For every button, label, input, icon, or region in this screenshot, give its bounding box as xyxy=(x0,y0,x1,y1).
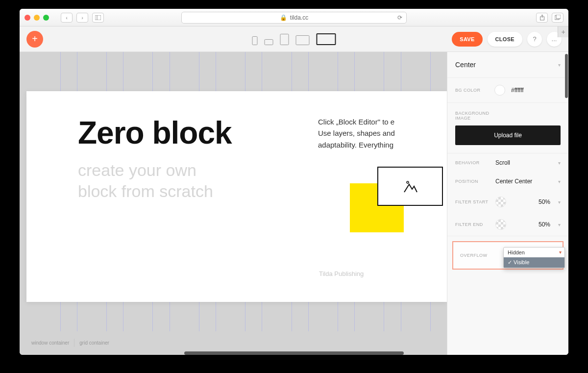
url-field[interactable]: 🔒 tilda.cc ⟳ xyxy=(181,12,407,24)
behavior-label: BEHAVIOR xyxy=(455,160,490,165)
overflow-option-visible[interactable]: Visible xyxy=(504,257,564,268)
align-value: Center xyxy=(455,61,553,69)
maximize-window-icon[interactable] xyxy=(43,15,49,21)
filter-end-value: 50% xyxy=(539,221,550,228)
device-phone-landscape[interactable] xyxy=(265,39,273,45)
bg-image-section: BACKGROUND IMAGE Upload file xyxy=(447,103,568,153)
window-controls xyxy=(24,15,49,21)
window-container-label[interactable]: window container xyxy=(26,339,74,347)
help-button[interactable]: ? xyxy=(527,32,542,47)
position-row[interactable]: POSITION Center Center ▾ xyxy=(447,172,568,191)
description-text[interactable]: Click „Block Editor" to e Use layers, sh… xyxy=(318,116,465,150)
filter-end-swatch[interactable] xyxy=(495,219,506,230)
svg-rect-5 xyxy=(556,15,561,19)
container-labels: window container grid container xyxy=(26,339,114,347)
reload-icon[interactable]: ⟳ xyxy=(397,14,402,21)
filter-start-value: 50% xyxy=(539,199,550,205)
filter-end-row[interactable]: FILTER END 50% ▾ xyxy=(447,213,568,236)
filter-start-row[interactable]: FILTER START 50% ▾ xyxy=(447,191,568,213)
tabs-button[interactable] xyxy=(552,13,564,23)
browser-window: ‹ › 🔒 tilda.cc ⟳ + + SAVE xyxy=(20,9,568,355)
chevron-down-icon: ▾ xyxy=(558,62,561,68)
chevron-down-icon: ▾ xyxy=(558,199,561,205)
share-button[interactable] xyxy=(536,13,548,23)
overflow-label: OVERFLOW xyxy=(457,253,488,258)
minimize-window-icon[interactable] xyxy=(34,15,40,21)
description-line3: adaptability. Everything xyxy=(318,141,393,149)
nav-forward-button[interactable]: › xyxy=(76,13,88,23)
close-button[interactable]: CLOSE xyxy=(488,32,522,47)
color-swatch[interactable] xyxy=(494,85,505,96)
zero-block-canvas[interactable]: Zero block create your own block from sc… xyxy=(26,91,447,302)
nav-back-button[interactable]: ‹ xyxy=(61,13,73,23)
bg-image-label: BACKGROUND IMAGE xyxy=(447,111,482,121)
heading-text[interactable]: Zero block xyxy=(78,115,232,151)
svg-rect-0 xyxy=(95,15,101,20)
properties-panel: Center ▾ BG COLOR #ffffff BACKGROUND IMA… xyxy=(447,52,568,355)
save-button[interactable]: SAVE xyxy=(452,32,482,47)
subtitle-line1: create your own xyxy=(78,161,196,179)
behavior-value: Scroll xyxy=(495,159,553,166)
dropdown-caret-icon: ▾ xyxy=(559,249,562,255)
upload-file-button[interactable]: Upload file xyxy=(455,125,561,145)
filter-start-swatch[interactable] xyxy=(495,197,506,207)
horizontal-scrollbar[interactable] xyxy=(184,351,404,355)
svg-point-6 xyxy=(407,181,409,183)
device-tablet-portrait[interactable] xyxy=(280,34,289,45)
position-label: POSITION xyxy=(455,179,490,184)
grid-container-label[interactable]: grid container xyxy=(74,339,114,347)
align-row[interactable]: Center ▾ xyxy=(447,52,568,78)
close-window-icon[interactable] xyxy=(24,15,30,21)
chevron-down-icon: ▾ xyxy=(558,160,561,166)
chevron-down-icon: ▾ xyxy=(558,179,561,184)
device-phone-portrait[interactable] xyxy=(252,36,258,45)
overflow-section: OVERFLOW ▾ Hidden Visible xyxy=(452,241,564,270)
browser-toolbar: ‹ › 🔒 tilda.cc ⟳ xyxy=(20,9,568,26)
chevron-down-icon: ▾ xyxy=(558,222,561,227)
bg-color-label: BG COLOR xyxy=(455,88,490,93)
bg-color-value: #ffffff xyxy=(511,87,561,94)
device-preview-group xyxy=(252,33,336,45)
sidebar-toggle-button[interactable] xyxy=(92,13,104,23)
brand-text[interactable]: Tilda Publishing xyxy=(319,270,364,277)
subtitle-line2: block from scratch xyxy=(78,182,213,200)
scrollbar[interactable] xyxy=(565,54,568,98)
device-desktop[interactable] xyxy=(317,33,336,45)
device-tablet-landscape[interactable] xyxy=(296,35,310,45)
url-text: tilda.cc xyxy=(290,14,308,21)
new-tab-button[interactable]: + xyxy=(558,26,568,37)
image-icon xyxy=(402,178,418,194)
app-toolbar: + SAVE CLOSE ? ... xyxy=(20,26,568,52)
overflow-option-hidden[interactable]: Hidden xyxy=(504,248,564,257)
add-block-button[interactable]: + xyxy=(26,31,43,48)
overflow-dropdown[interactable]: ▾ Hidden Visible xyxy=(503,247,565,268)
bg-color-row[interactable]: BG COLOR #ffffff xyxy=(447,78,568,103)
description-line2: Use layers, shapes and xyxy=(318,129,395,137)
filter-end-label: FILTER END xyxy=(455,222,490,227)
behavior-row[interactable]: BEHAVIOR Scroll ▾ xyxy=(447,153,568,172)
lock-icon: 🔒 xyxy=(280,14,287,21)
filter-start-label: FILTER START xyxy=(455,199,490,204)
description-line1: Click „Block Editor" to e xyxy=(318,118,394,126)
position-value: Center Center xyxy=(495,178,553,185)
image-placeholder[interactable] xyxy=(377,167,443,206)
subtitle-text[interactable]: create your own block from scratch xyxy=(78,160,213,201)
